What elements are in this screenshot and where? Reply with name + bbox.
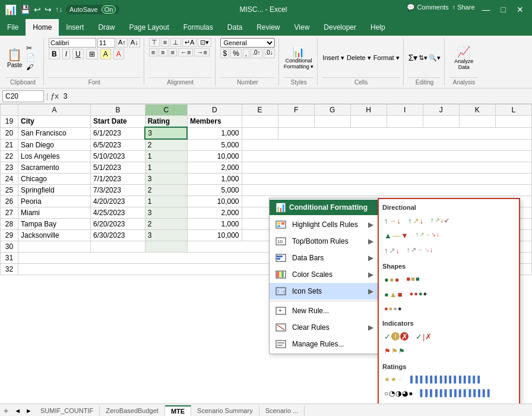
col-header-c[interactable]: C xyxy=(145,105,187,116)
indent-increase-button[interactable]: →≡ xyxy=(194,48,209,56)
cell-b28[interactable]: 6/20/2023 xyxy=(91,219,145,230)
thousands-button[interactable]: , xyxy=(243,49,249,58)
cell-c25[interactable]: 2 xyxy=(145,185,187,196)
icon-3indicators[interactable]: ✓ ! ✗ xyxy=(382,330,410,343)
tab-data[interactable]: Data xyxy=(220,19,249,36)
italic-button[interactable]: I xyxy=(62,49,70,59)
name-box[interactable]: C20 xyxy=(2,90,44,102)
icon-5stars[interactable]: ★ ★ ☆ xyxy=(382,374,405,385)
icon-3shapes-mixed[interactable]: ● ▲ ■ xyxy=(382,288,404,301)
cell-d28[interactable]: 1,000 xyxy=(187,219,242,230)
cell-d26[interactable]: 10,000 xyxy=(187,196,242,207)
border-button[interactable]: ⊞ xyxy=(86,49,98,59)
cell-a28[interactable]: Tampa Bay xyxy=(18,219,91,230)
cell-j19[interactable] xyxy=(423,116,459,128)
align-center-button[interactable]: ≡ xyxy=(159,48,167,56)
cell-c28[interactable]: 2 xyxy=(145,219,187,230)
cell-b20[interactable]: 6/1/2023 xyxy=(91,127,145,139)
cell-h19[interactable] xyxy=(350,116,387,128)
cell-d27[interactable]: 2,000 xyxy=(187,207,242,219)
cell-k19[interactable] xyxy=(459,116,495,128)
align-bottom-button[interactable]: ⊥ xyxy=(170,38,181,47)
sheet-scroll-right[interactable]: ► xyxy=(23,407,34,414)
tab-mte[interactable]: MTE xyxy=(165,405,191,416)
font-family-input[interactable] xyxy=(49,38,96,48)
icon-3squares[interactable]: ■ ■ ■ xyxy=(405,273,422,286)
icon-sets-item[interactable]: ↑→↓ Icon Sets ▶ xyxy=(270,283,378,300)
quick-access-undo[interactable]: ↩ xyxy=(34,5,41,14)
cell-c26[interactable]: 1 xyxy=(145,196,187,207)
find-select-button[interactable]: 🔍▾ xyxy=(429,54,441,62)
cell-b25[interactable]: 7/3/2023 xyxy=(91,185,145,196)
cell-c19[interactable]: Rating xyxy=(145,116,187,128)
conditional-format-button[interactable]: 📊 ConditionalFormatting ▾ xyxy=(284,46,314,70)
tab-scenario[interactable]: Scenario Summary xyxy=(191,406,259,415)
data-bars-item[interactable]: Data Bars ▶ xyxy=(270,250,378,266)
sort-filter-button[interactable]: ⇅▾ xyxy=(419,54,428,62)
percent-button[interactable]: % xyxy=(230,49,242,58)
icon-5arrows[interactable]: ↑ ↗ → ↘ ↓ xyxy=(414,229,441,242)
icon-3circles-colored[interactable]: ● ● ● xyxy=(382,273,401,286)
icon-5databars[interactable]: ▌ ▌▌ ▌▌▌ ▌▌▌▌ ▌▌▌▌▌ xyxy=(408,374,484,385)
sheet-scroll-left[interactable]: ◄ xyxy=(12,407,23,414)
cell-b24[interactable]: 7/1/2023 xyxy=(91,174,145,185)
cell-d21[interactable]: 5,000 xyxy=(187,139,242,151)
cell-c30[interactable] xyxy=(145,241,187,253)
fill-color-button[interactable]: A xyxy=(100,49,111,59)
icon-3arrows-diagonal[interactable]: ↑ ↗ ↓ xyxy=(406,215,425,227)
align-top-button[interactable]: ⊤ xyxy=(149,38,160,47)
currency-button[interactable]: $ xyxy=(220,49,229,58)
cell-b27[interactable]: 4/25/2023 xyxy=(91,207,145,219)
cell-c22[interactable]: 1 xyxy=(145,151,187,162)
color-scales-item[interactable]: Color Scales ▶ xyxy=(270,266,378,283)
cell-i19[interactable] xyxy=(387,116,423,128)
cell-a22[interactable]: Los Angeles xyxy=(18,151,91,162)
col-header-g[interactable]: G xyxy=(314,105,350,116)
col-header-e[interactable]: E xyxy=(242,105,278,116)
cell-a25[interactable]: Springfield xyxy=(18,185,91,196)
formula-input[interactable]: 3 xyxy=(61,91,530,102)
col-header-b[interactable]: B xyxy=(91,105,145,116)
cell-c27[interactable]: 3 xyxy=(145,207,187,219)
cell-d24[interactable]: 1,000 xyxy=(187,174,242,185)
cell-a20[interactable]: San Francisco xyxy=(18,127,91,139)
col-header-i[interactable]: I xyxy=(387,105,423,116)
cell-b22[interactable]: 5/10/2023 xyxy=(91,151,145,162)
icon-3arrows-gray[interactable]: ↑ ↗ ↓ xyxy=(382,244,401,257)
cell-d29[interactable]: 10,000 xyxy=(187,230,242,241)
font-color-button[interactable]: A xyxy=(113,49,124,59)
cell-c24[interactable]: 3 xyxy=(145,174,187,185)
col-header-j[interactable]: J xyxy=(423,105,459,116)
share-button[interactable]: ↑ Share xyxy=(452,4,475,15)
cell-b30[interactable] xyxy=(91,241,145,253)
wrap-text-button[interactable]: ↵A xyxy=(182,38,197,47)
icon-5quarters[interactable]: ○ ◔ ◑ ◕ ● xyxy=(382,387,415,399)
cell-d22[interactable]: 10,000 xyxy=(187,151,242,162)
tab-page-layout[interactable]: Page Layout xyxy=(122,19,176,36)
icon-5databars-colored[interactable]: ▌ ▌▌ ▌▌▌ ▌▌▌▌ ▌▌▌▌▌ xyxy=(419,387,494,399)
icon-3symbols[interactable]: ✓ | ✗ xyxy=(414,330,433,343)
format-button[interactable]: Format ▾ xyxy=(373,54,400,62)
bold-button[interactable]: B xyxy=(49,49,60,59)
cut-button[interactable]: ✂ xyxy=(26,44,35,52)
cell-l19[interactable] xyxy=(495,116,531,128)
autosave-toggle[interactable]: AutoSave On xyxy=(66,5,119,14)
tab-draw[interactable]: Draw xyxy=(91,19,122,36)
icon-5boxes[interactable]: ■ ■ ■ ■ ■ xyxy=(413,402,449,404)
quick-access-save[interactable]: 💾 xyxy=(20,5,30,14)
cell-c23[interactable]: 1 xyxy=(145,162,187,174)
tab-view[interactable]: View xyxy=(287,19,317,36)
delete-button[interactable]: Delete ▾ xyxy=(347,54,371,62)
cell-a26[interactable]: Peoria xyxy=(18,196,91,207)
cell-b29[interactable]: 6/30/2023 xyxy=(91,230,145,241)
tab-scenario2[interactable]: Scenario ... xyxy=(259,406,305,415)
icon-4arrows-colored[interactable]: ↑ ↗ ↓ ↙ xyxy=(429,215,451,227)
decimal-decrease-button[interactable]: .0↓ xyxy=(264,49,275,58)
analyze-data-button[interactable]: 📈 AnalyzeData xyxy=(449,38,478,77)
function-insert-button[interactable]: ƒx xyxy=(50,92,59,100)
col-header-h[interactable]: H xyxy=(350,105,387,116)
cell-b26[interactable]: 4/20/2023 xyxy=(91,196,145,207)
tab-file[interactable]: File xyxy=(0,19,26,36)
cell-b23[interactable]: 5/1/2023 xyxy=(91,162,145,174)
cell-b21[interactable]: 6/5/2023 xyxy=(91,139,145,151)
